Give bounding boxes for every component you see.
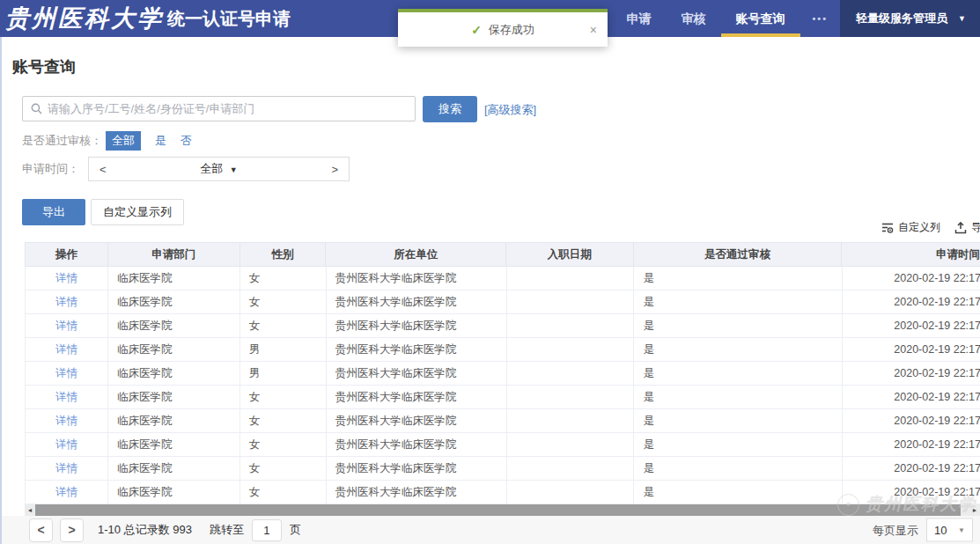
more-menu-icon[interactable]: ••• xyxy=(813,13,829,24)
cell-action: 详情 xyxy=(26,290,108,313)
next-page-button[interactable]: > xyxy=(60,518,84,542)
detail-link[interactable]: 详情 xyxy=(55,415,77,427)
nav-item-review[interactable]: 审核 xyxy=(682,0,706,37)
table-body: 详情临床医学院女贵州医科大学临床医学院是2020-02-19 22:17详情临床… xyxy=(25,267,980,504)
prev-period-arrow[interactable]: < xyxy=(99,163,107,176)
user-menu[interactable]: 轻量级服务管理员 ▼ xyxy=(840,0,980,37)
detail-link[interactable]: 详情 xyxy=(55,320,77,332)
cell-passed: 是 xyxy=(634,314,843,337)
detail-link[interactable]: 详情 xyxy=(55,391,77,403)
university-logo: 贵州医科大学 xyxy=(5,3,164,34)
cell-passed: 是 xyxy=(634,433,843,456)
cell-apply_time: 2020-02-19 22:17 xyxy=(843,290,980,313)
cell-action: 详情 xyxy=(26,314,108,337)
scrollbar-thumb[interactable] xyxy=(35,504,961,516)
cell-dept: 临床医学院 xyxy=(108,481,240,504)
app-window: 贵州医科大学 统一认证号申请 申请 审核 账号查询 ••• 轻量级服务管理员 ▼… xyxy=(0,0,980,544)
window-left-edge xyxy=(0,37,2,544)
page-title: 账号查询 xyxy=(12,56,76,77)
advanced-search-link[interactable]: [高级搜索] xyxy=(484,102,536,118)
cell-unit: 贵州医科大学临床医学院 xyxy=(327,267,507,290)
customize-columns-tool[interactable]: 自定义列 xyxy=(881,220,940,235)
scroll-right-arrow-icon[interactable]: ► xyxy=(969,504,980,516)
cell-action: 详情 xyxy=(26,409,108,432)
cell-hire_date xyxy=(507,433,635,456)
cell-unit: 贵州医科大学临床医学院 xyxy=(327,409,507,432)
nav-item-apply[interactable]: 申请 xyxy=(627,0,652,37)
search-input[interactable] xyxy=(48,102,415,115)
records-summary: 1-10 总记录数 993 xyxy=(98,522,192,538)
table-header-row: 操作申请部门性别所在单位入职日期是否通过审核申请时间 xyxy=(25,242,980,267)
per-page-select[interactable]: 10 ▼ xyxy=(926,518,973,542)
cell-action: 详情 xyxy=(26,267,108,290)
detail-link[interactable]: 详情 xyxy=(55,438,77,451)
cell-unit: 贵州医科大学临床医学院 xyxy=(327,433,507,456)
cell-gender: 女 xyxy=(240,457,327,480)
filter-audit-all[interactable]: 全部 xyxy=(106,131,141,151)
table-row: 详情临床医学院女贵州医科大学临床医学院是2020-02-19 22:17 xyxy=(26,457,980,481)
search-button[interactable]: 搜索 xyxy=(423,96,477,122)
cell-gender: 男 xyxy=(240,362,327,385)
table-row: 详情临床医学院女贵州医科大学临床医学院是2020-02-19 22:17 xyxy=(26,409,980,433)
column-header-dept: 申请部门 xyxy=(108,243,240,266)
scroll-left-arrow-icon[interactable]: ◄ xyxy=(25,504,35,516)
cell-hire_date xyxy=(507,457,635,480)
cell-gender: 女 xyxy=(240,290,327,313)
page-number-input[interactable] xyxy=(252,519,282,541)
detail-link[interactable]: 详情 xyxy=(55,462,77,474)
cell-gender: 男 xyxy=(240,338,327,361)
cell-passed: 是 xyxy=(634,481,843,504)
filter-audit-row: 是否通过审核： 全部 是 否 xyxy=(22,131,192,151)
next-period-arrow[interactable]: > xyxy=(331,163,338,176)
search-box xyxy=(22,96,416,121)
cell-unit: 贵州医科大学临床医学院 xyxy=(327,338,507,361)
upload-icon xyxy=(954,222,967,234)
nav-item-account-query[interactable]: 账号查询 xyxy=(736,0,785,37)
table-row: 详情临床医学院女贵州医科大学临床医学院是2020-02-19 22:17 xyxy=(26,433,980,457)
time-range-value[interactable]: 全部 ▼ xyxy=(200,161,238,177)
cell-apply_time: 2020-02-19 22:17 xyxy=(843,267,980,290)
detail-link[interactable]: 详情 xyxy=(55,486,77,498)
per-page-label: 每页显示 xyxy=(873,522,918,538)
cell-hire_date xyxy=(507,386,635,408)
table-row: 详情临床医学院男贵州医科大学临床医学院是2020-02-19 22:17 xyxy=(26,338,980,362)
column-header-unit: 所在单位 xyxy=(326,243,506,266)
column-header-passed: 是否通过审核 xyxy=(634,243,843,266)
cell-apply_time: 2020-02-19 22:17 xyxy=(843,386,980,408)
cell-hire_date xyxy=(507,362,635,385)
cell-apply_time: 2020-02-19 22:17 xyxy=(843,314,980,337)
table-row: 详情临床医学院女贵州医科大学临床医学院是2020-02-19 22:17 xyxy=(26,290,980,314)
filter-time-row: 申请时间： < 全部 ▼ > xyxy=(22,157,350,181)
detail-link[interactable]: 详情 xyxy=(55,367,77,379)
cell-apply_time: 2020-02-19 22:17 xyxy=(843,433,980,456)
chevron-down-icon: ▼ xyxy=(958,526,965,534)
cell-dept: 临床医学院 xyxy=(108,362,240,385)
check-icon: ✓ xyxy=(471,23,482,37)
filter-audit-no[interactable]: 否 xyxy=(181,133,192,149)
per-page-control: 每页显示 10 ▼ xyxy=(873,518,973,542)
cell-gender: 女 xyxy=(240,267,327,290)
app-title: 统一认证号申请 xyxy=(167,7,291,31)
table-row: 详情临床医学院女贵州医科大学临床医学院是2020-02-19 22:17 xyxy=(26,386,980,409)
filter-audit-yes[interactable]: 是 xyxy=(155,133,166,149)
table-row: 详情临床医学院女贵州医科大学临床医学院是2020-02-19 22:17 xyxy=(26,481,980,504)
table-tools: 自定义列 导出 xyxy=(881,220,980,235)
cell-hire_date xyxy=(507,290,635,313)
pagination-bar: < > 1-10 总记录数 993 跳转至 页 每页显示 10 ▼ xyxy=(0,516,980,544)
toast-body: ✓ 保存成功 × xyxy=(398,12,608,47)
export-tool[interactable]: 导出 xyxy=(954,220,980,235)
cell-apply_time: 2020-02-19 22:17 xyxy=(843,481,980,504)
detail-link[interactable]: 详情 xyxy=(55,296,77,308)
detail-link[interactable]: 详情 xyxy=(55,343,77,356)
export-button[interactable]: 导出 xyxy=(22,199,85,225)
customize-columns-button[interactable]: 自定义显示列 xyxy=(91,199,184,225)
cell-hire_date xyxy=(507,314,635,337)
main-nav: 申请 审核 账号查询 ••• 轻量级服务管理员 ▼ xyxy=(612,0,980,37)
cell-dept: 临床医学院 xyxy=(108,409,240,432)
prev-page-button[interactable]: < xyxy=(29,518,53,542)
close-icon[interactable]: × xyxy=(590,24,597,36)
cell-dept: 临床医学院 xyxy=(108,290,240,313)
toast-message: 保存成功 xyxy=(489,22,534,38)
detail-link[interactable]: 详情 xyxy=(55,272,77,284)
column-header-gender: 性别 xyxy=(240,243,327,266)
